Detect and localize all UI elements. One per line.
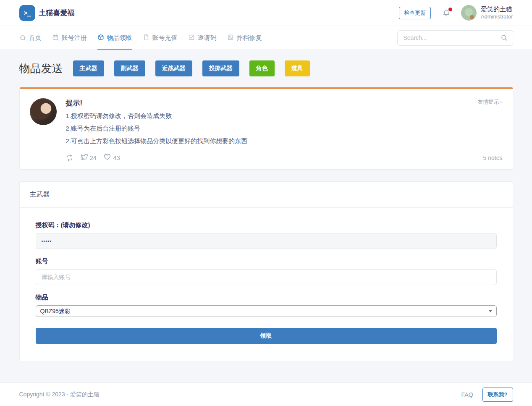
category-button-secondary-weapon[interactable]: 副武器 [114,60,145,76]
nav-item-item-claim[interactable]: 物品领取 [97,26,132,50]
category-button-prop[interactable]: 道具 [285,60,310,76]
home-icon [19,34,26,42]
nav-label: 账号注册 [62,34,87,42]
category-button-throwable-weapon[interactable]: 投掷武器 [202,60,239,76]
nav-label: 物品领取 [107,34,132,42]
notes-count: 5 notes [483,155,503,161]
user-avatar [461,5,477,21]
item-label: 物品 [36,293,497,301]
image-icon [227,34,234,42]
notification-bell-icon[interactable] [443,9,450,17]
claim-button[interactable]: 领取 [36,328,497,344]
category-button-primary-weapon[interactable]: 主武器 [73,60,104,76]
auth-code-label: 授权码：(请勿修改) [36,221,497,229]
nav-item-home[interactable]: 首页 [19,26,42,50]
terminal-logo-icon: >_ [19,5,35,21]
user-role: Administrator [481,13,513,20]
tip-heading: 提示! [66,98,83,108]
nav-item-account-recharge[interactable]: 账号充值 [143,26,178,50]
file-icon [143,34,149,42]
check-update-button[interactable]: 检查更新 [399,7,431,19]
heart-icon [103,153,111,162]
bird-icon [80,153,88,162]
account-field[interactable] [36,269,497,285]
faq-link[interactable]: FAQ [461,391,473,398]
tip-avatar [30,98,57,125]
nav-item-file-repair[interactable]: 炸档修复 [227,26,262,50]
main-content: 物品发送 主武器 副武器 近战武器 投掷武器 角色 道具 提示! 友情提示~ 1… [0,50,532,382]
retweet-action[interactable]: 24 [80,153,97,162]
claim-form-card: 主武器 授权码：(请勿修改) 账号 物品 QBZ95迷彩 [19,181,513,362]
user-menu[interactable]: 爱笑的土猫 Administrator [461,5,513,21]
form-card-title: 主武器 [20,182,513,208]
calendar-icon [52,34,59,42]
search-icon [501,34,508,43]
nav-label: 邀请码 [198,34,217,42]
retweet-count: 24 [90,154,97,161]
search-input[interactable] [397,30,513,46]
category-button-character[interactable]: 角色 [249,60,275,76]
page-title: 物品发送 [19,61,63,76]
tip-line: 1.授权密码请勿修改，否则会造成失败 [66,111,503,120]
account-label: 账号 [36,257,497,265]
box-icon [97,34,104,42]
nav-label: 炸档修复 [237,34,262,42]
main-nav: 首页 账号注册 物品领取 账号充值 邀请码 炸档修复 [0,26,532,50]
user-name: 爱笑的土猫 [481,5,513,13]
nav-item-account-register[interactable]: 账号注册 [52,26,87,50]
tip-line: 2.账号为在后台注册的账号 [66,124,503,133]
brand[interactable]: >_ 土猫喜爱福 [19,5,75,21]
contact-me-button[interactable]: 联系我? [482,388,513,402]
item-select[interactable]: QBZ95迷彩 [36,305,497,317]
copyright-text: Copyright © 2023 · 爱笑的土猫 [19,391,100,398]
notification-dot [448,8,452,11]
auth-code-field[interactable] [36,233,497,249]
repost-icon[interactable] [66,154,73,162]
like-count: 43 [113,154,120,161]
category-button-melee-weapon[interactable]: 近战武器 [155,60,192,76]
like-action[interactable]: 43 [103,153,120,162]
nav-label: 首页 [29,34,42,42]
app-header: >_ 土猫喜爱福 检查更新 爱笑的土猫 Administrator [0,0,532,26]
tip-line: 2.可点击上方彩色按钮选择物品分类以便更好的找到你想要的东西 [66,136,503,146]
brand-name: 土猫喜爱福 [39,8,75,18]
check-square-icon [188,34,195,42]
page-footer: Copyright © 2023 · 爱笑的土猫 FAQ 联系我? [0,382,532,406]
tip-card: 提示! 友情提示~ 1.授权密码请勿修改，否则会造成失败 2.账号为在后台注册的… [19,87,513,170]
nav-label: 账号充值 [152,34,178,42]
nav-item-invite-code[interactable]: 邀请码 [188,26,217,50]
tip-side-note: 友情提示~ [477,98,503,106]
